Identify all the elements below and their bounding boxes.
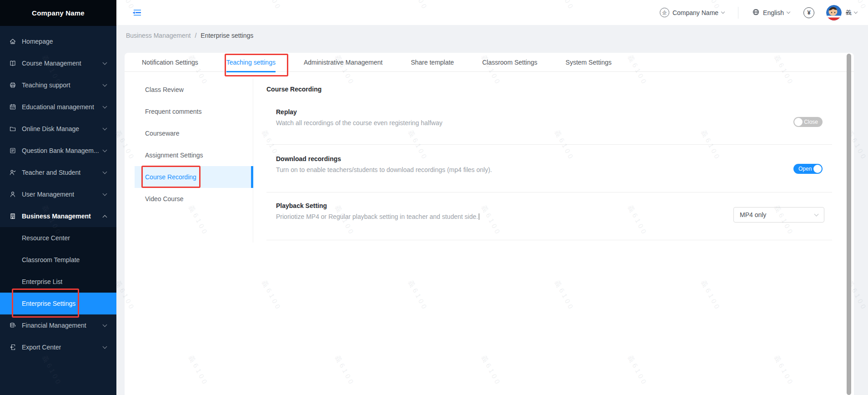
topbar-right: 企 Company Name English ¥: [660, 5, 857, 20]
enterprise-icon: 企: [660, 8, 669, 17]
breadcrumb-item[interactable]: Business Management: [126, 32, 191, 39]
chevron-up-icon: [103, 215, 107, 219]
sidebar-item-course-management[interactable]: Course Management: [0, 52, 116, 74]
menu-fold-icon[interactable]: [132, 9, 142, 17]
tab-administrative-management[interactable]: Administrative Management: [304, 53, 383, 72]
topbar: 企 Company Name English ¥: [116, 0, 868, 25]
nav-item-class-review[interactable]: Class Review: [125, 79, 253, 101]
settings-tabs: Notification Settings Teaching settings …: [125, 53, 854, 72]
sidebar-item-label: User Management: [22, 191, 74, 198]
globe-icon: [752, 8, 760, 17]
sidebar-item-label: Teacher and Student: [22, 169, 80, 176]
person-icon: [9, 191, 16, 198]
sidebar-subitem-enterprise-settings[interactable]: Enterprise Settings: [0, 293, 116, 314]
chevron-down-icon: [103, 60, 107, 65]
avatar[interactable]: [826, 5, 842, 20]
setting-title-replay: Replay: [276, 108, 297, 116]
building-icon: [9, 213, 16, 220]
row-divider: [266, 240, 832, 240]
tab-notification-settings[interactable]: Notification Settings: [142, 53, 198, 72]
row-divider: [266, 192, 832, 192]
coins-icon: [9, 322, 16, 329]
chevron-down-icon: [814, 212, 819, 217]
nav-item-video-course[interactable]: Video Course: [125, 188, 253, 210]
chevron-down-icon: [721, 10, 725, 14]
sidebar-subitem-label: Resource Center: [22, 234, 70, 242]
chevron-down-icon: [103, 322, 107, 327]
sidebar-subitem-classroom-template[interactable]: Classroom Template: [0, 249, 116, 271]
chevron-down-icon: [787, 10, 790, 14]
user-menu[interactable]: 義: [846, 9, 857, 17]
language-label: English: [763, 9, 784, 16]
sidebar-item-teaching-support[interactable]: Teaching support: [0, 74, 116, 96]
sidebar-item-label: Financial Management: [22, 322, 86, 329]
sidebar-item-business-management[interactable]: Business Management: [0, 205, 116, 227]
sidebar-item-export-center[interactable]: Export Center: [0, 336, 116, 358]
sidebar-subitem-enterprise-list[interactable]: Enterprise List: [0, 271, 116, 293]
sidebar-item-label: Export Center: [22, 344, 61, 351]
sidebar-item-online-disk-manage[interactable]: Online Disk Manage: [0, 118, 116, 140]
teaching-settings-nav: Class Review Frequent comments Coursewar…: [125, 79, 253, 243]
company-name-label: Company Name: [672, 9, 718, 16]
setting-desc-download-recordings: Turn on to enable teachers/students to d…: [276, 166, 492, 173]
tab-share-template[interactable]: Share template: [411, 53, 454, 72]
tab-teaching-settings[interactable]: Teaching settings: [226, 53, 276, 72]
sidebar-item-teacher-and-student[interactable]: Teacher and Student: [0, 162, 116, 183]
language-switcher[interactable]: English: [752, 8, 790, 17]
sidebar-subitem-resource-center[interactable]: Resource Center: [0, 227, 116, 249]
sidebar-item-question-bank-management[interactable]: Question Bank Managem...: [0, 140, 116, 162]
currency-yen-icon[interactable]: ¥: [803, 7, 814, 18]
document-icon: [9, 147, 16, 154]
chevron-down-icon: [103, 344, 107, 349]
sidebar-item-label: Course Management: [22, 60, 81, 67]
download-recordings-toggle[interactable]: Open: [793, 164, 823, 174]
calendar-icon: [9, 103, 16, 111]
export-icon: [9, 344, 16, 351]
chevron-down-icon: [103, 191, 107, 196]
nav-item-frequent-comments[interactable]: Frequent comments: [125, 101, 253, 122]
nav-item-courseware[interactable]: Courseware: [125, 122, 253, 144]
sidebar-item-label: Online Disk Manage: [22, 125, 79, 132]
sidebar: Company Name Homepage Course Management …: [0, 0, 116, 395]
book-icon: [9, 60, 16, 67]
folder-icon: [9, 125, 16, 132]
vertical-scrollbar[interactable]: [847, 54, 851, 395]
company-switcher[interactable]: 企 Company Name: [660, 8, 724, 17]
nav-item-assignment-settings[interactable]: Assignment Settings: [125, 144, 253, 166]
setting-title-playback-setting: Playback Setting: [276, 202, 327, 209]
toggle-label: Open: [798, 166, 812, 172]
sidebar-menu: Homepage Course Management Teaching supp…: [0, 26, 116, 358]
tab-system-settings[interactable]: System Settings: [566, 53, 612, 72]
topbar-divider: [738, 7, 738, 19]
chevron-down-icon: [103, 82, 107, 86]
breadcrumb: Business Management/Enterprise settings: [126, 32, 253, 39]
playback-setting-select[interactable]: MP4 only: [733, 207, 824, 223]
chevron-down-icon: [854, 10, 858, 14]
select-value: MP4 only: [740, 211, 766, 218]
home-icon: [9, 38, 16, 45]
sidebar-item-label: Homepage: [22, 38, 53, 45]
replay-toggle[interactable]: Close: [793, 117, 823, 127]
toggle-knob: [813, 165, 822, 173]
sidebar-subitem-label: Classroom Template: [22, 256, 80, 263]
sidebar-item-label: Question Bank Managem...: [22, 147, 99, 154]
business-management-submenu: Resource Center Classroom Template Enter…: [0, 227, 116, 314]
sidebar-item-educational-management[interactable]: Educational management: [0, 96, 116, 118]
sidebar-subitem-label: Enterprise Settings: [22, 300, 75, 307]
chevron-down-icon: [103, 169, 107, 174]
chevron-down-icon: [103, 147, 107, 152]
setting-desc-playback-setting: Prioriotize MP4 or Regular playback sett…: [276, 213, 479, 220]
sidebar-item-homepage[interactable]: Homepage: [0, 30, 116, 52]
sidebar-item-user-management[interactable]: User Management: [0, 183, 116, 205]
sidebar-item-label: Business Management: [22, 213, 91, 220]
row-divider: [266, 144, 832, 145]
person-check-icon: [9, 169, 16, 176]
sidebar-item-financial-management[interactable]: Financial Management: [0, 314, 116, 336]
tab-classroom-settings[interactable]: Classroom Settings: [482, 53, 537, 72]
nav-item-course-recording[interactable]: Course Recording: [135, 166, 253, 188]
chevron-down-icon: [103, 104, 107, 108]
toggle-label: Close: [804, 119, 818, 125]
company-logo: Company Name: [0, 0, 116, 26]
sidebar-subitem-label: Enterprise List: [22, 278, 62, 285]
breadcrumb-separator: /: [195, 32, 196, 39]
